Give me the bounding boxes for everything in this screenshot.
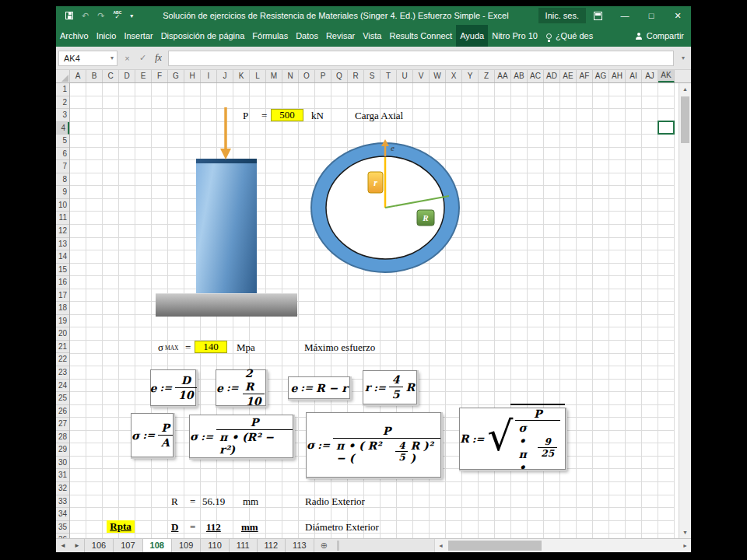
column-header-J[interactable]: J — [217, 70, 233, 82]
column-header-AJ[interactable]: AJ — [642, 70, 658, 82]
column-header-AB[interactable]: AB — [511, 70, 528, 82]
column-header-AH[interactable]: AH — [609, 70, 626, 82]
select-all-corner[interactable] — [56, 70, 70, 82]
row-header-3[interactable]: 3 — [56, 109, 69, 122]
undo-icon[interactable]: ↶ — [82, 11, 89, 21]
ribbon-tab-f-rmulas[interactable]: Fórmulas — [248, 25, 292, 47]
formula-e-d10[interactable]: e := D10 — [150, 369, 196, 406]
row-header-34[interactable]: 34 — [56, 508, 69, 521]
formula-input[interactable] — [168, 51, 674, 66]
row-header-32[interactable]: 32 — [56, 482, 69, 495]
active-cell-selection[interactable] — [658, 121, 675, 135]
p-value-cell[interactable]: 500 — [271, 109, 303, 121]
column-header-Z[interactable]: Z — [479, 70, 495, 82]
row-header-29[interactable]: 29 — [56, 443, 69, 457]
formula-e-r-minus-r[interactable]: e := R − r — [288, 376, 350, 399]
name-box-dropdown-icon[interactable]: ▾ — [110, 54, 117, 61]
column-header-AC[interactable]: AC — [528, 70, 544, 82]
column-header-R[interactable]: R — [348, 70, 364, 82]
formula-bar-expand-icon[interactable]: ▾ — [678, 54, 689, 61]
column-header-AA[interactable]: AA — [495, 70, 511, 82]
row-header-18[interactable]: 18 — [56, 302, 69, 315]
column-header-C[interactable]: C — [103, 70, 119, 82]
ribbon-tab-insertar[interactable]: Insertar — [120, 25, 156, 47]
column-header-A[interactable]: A — [70, 70, 86, 82]
ribbon-tab-ayuda[interactable]: Ayuda — [456, 25, 488, 47]
column-header-M[interactable]: M — [266, 70, 282, 82]
column-header-AK[interactable]: AK — [658, 70, 675, 82]
spellcheck-icon[interactable]: ABC ✓ — [113, 11, 121, 20]
row-header-24[interactable]: 24 — [56, 380, 69, 393]
row-header-6[interactable]: 6 — [56, 148, 69, 161]
scroll-right-icon[interactable]: ► — [679, 543, 691, 548]
horizontal-scrollbar[interactable]: ◄ ► — [434, 539, 691, 552]
row-header-26[interactable]: 26 — [56, 405, 69, 418]
sheet-tab-110[interactable]: 110 — [201, 539, 230, 552]
formula-r-45R[interactable]: r := 45 R — [363, 370, 417, 404]
spreadsheet-grid[interactable]: e r R P = 500 kN Carga Axial σ MAX = — [70, 83, 679, 538]
cancel-icon[interactable]: × — [121, 54, 133, 63]
column-header-AG[interactable]: AG — [593, 70, 609, 82]
ribbon-tab-results-connect[interactable]: Results Connect — [385, 25, 456, 47]
maximize-button[interactable]: □ — [638, 6, 665, 25]
column-header-E[interactable]: E — [135, 70, 152, 82]
sheet-tab-113[interactable]: 113 — [286, 539, 314, 552]
column-header-W[interactable]: W — [430, 70, 446, 82]
ribbon-tab-archivo[interactable]: Archivo — [56, 25, 93, 47]
sign-in-button[interactable]: Inic. ses. — [538, 8, 586, 23]
row-header-23[interactable]: 23 — [56, 366, 69, 380]
column-header-B[interactable]: B — [86, 70, 103, 82]
row-header-2[interactable]: 2 — [56, 96, 69, 110]
formula-R-sqrt[interactable]: R := √ P σ • π • 925 — [459, 408, 566, 470]
sheet-tab-111[interactable]: 111 — [230, 539, 258, 552]
column-header-AD[interactable]: AD — [544, 70, 560, 82]
formula-e-2r10[interactable]: e := 2 R10 — [216, 369, 266, 406]
column-header-G[interactable]: G — [168, 70, 184, 82]
share-button[interactable]: Compartir — [629, 25, 691, 47]
row-header-19[interactable]: 19 — [56, 315, 69, 328]
ribbon-display-options-icon[interactable] — [594, 12, 602, 20]
vertical-scrollbar[interactable]: ▲ ▼ — [679, 83, 691, 538]
sheet-tab-108[interactable]: 108 — [143, 539, 172, 552]
row-header-8[interactable]: 8 — [56, 173, 69, 187]
row-header-9[interactable]: 9 — [56, 186, 69, 199]
row-header-36[interactable]: 36 — [56, 534, 69, 538]
row-header-4[interactable]: 4 — [56, 122, 69, 135]
insert-function-icon[interactable]: fx — [153, 52, 164, 64]
row-header-16[interactable]: 16 — [56, 276, 69, 289]
column-header-V[interactable]: V — [413, 70, 430, 82]
row-header-27[interactable]: 27 — [56, 418, 69, 431]
row-header-28[interactable]: 28 — [56, 431, 69, 444]
ribbon-tab-inicio[interactable]: Inicio — [93, 25, 121, 47]
ribbon-tab-datos[interactable]: Datos — [292, 25, 322, 47]
close-button[interactable]: ✕ — [665, 6, 691, 25]
row-header-13[interactable]: 13 — [56, 238, 69, 251]
row-header-20[interactable]: 20 — [56, 327, 69, 341]
row-header-11[interactable]: 11 — [56, 212, 69, 225]
scroll-down-icon[interactable]: ▼ — [679, 527, 691, 538]
column-header-I[interactable]: I — [201, 70, 217, 82]
minimize-button[interactable]: — — [612, 6, 638, 25]
row-header-14[interactable]: 14 — [56, 250, 69, 264]
sheet-nav-right-icon[interactable]: ► — [70, 539, 84, 552]
column-header-AE[interactable]: AE — [560, 70, 577, 82]
enter-icon[interactable]: ✓ — [137, 53, 149, 63]
vertical-scroll-thumb[interactable] — [681, 96, 689, 143]
column-header-S[interactable]: S — [364, 70, 381, 82]
scroll-up-icon[interactable]: ▲ — [679, 83, 691, 95]
formula-sigma-pa[interactable]: σ := PA — [131, 413, 174, 457]
tell-me-box[interactable]: ¿Qué des — [546, 25, 593, 47]
row-header-30[interactable]: 30 — [56, 457, 69, 470]
column-header-N[interactable]: N — [282, 70, 299, 82]
column-header-H[interactable]: H — [184, 70, 201, 82]
add-sheet-icon[interactable]: ⊕ — [314, 539, 334, 552]
save-icon[interactable] — [65, 12, 73, 19]
row-header-17[interactable]: 17 — [56, 289, 69, 303]
row-header-25[interactable]: 25 — [56, 392, 69, 405]
column-header-T[interactable]: T — [381, 70, 397, 82]
row-header-31[interactable]: 31 — [56, 469, 69, 482]
redo-icon[interactable]: ↷ — [97, 11, 104, 21]
sheet-tab-106[interactable]: 106 — [85, 539, 114, 552]
column-header-F[interactable]: F — [152, 70, 168, 82]
row-header-5[interactable]: 5 — [56, 135, 69, 148]
